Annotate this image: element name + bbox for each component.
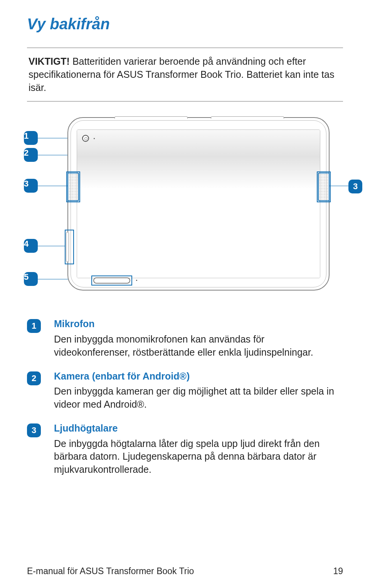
note-label: VIKTIGT! (29, 56, 70, 67)
hinge-tab-right (211, 116, 284, 119)
item-body-2: Den inbyggda kameran ger dig möjlighet a… (54, 385, 343, 411)
page-footer: E-manual för ASUS Transformer Book Trio … (27, 566, 343, 576)
page-title: Vy bakifrån (27, 15, 343, 33)
item-title-2: Kamera (enbart för Android®) (54, 370, 343, 383)
volume-rocker-highlight (65, 230, 74, 264)
item-title-3: Ljudhögtalare (54, 422, 343, 435)
callout-1: 1 (24, 131, 38, 145)
item-3: 3 Ljudhögtalare De inbyggda högtalarna l… (27, 422, 343, 476)
speaker-right-icon (318, 173, 330, 201)
item-title-1: Mikrofon (54, 318, 343, 331)
item-body-1: Den inbyggda monomikrofonen kan användas… (54, 333, 343, 359)
note-text: Batteritiden varierar beroende på använd… (29, 56, 334, 93)
page-number: 19 (333, 566, 343, 576)
rear-view-diagram: 1 2 3 4 5 3 (27, 117, 343, 291)
callout-3-left: 3 (24, 179, 38, 193)
item-badge-3: 3 (27, 423, 41, 437)
callout-5: 5 (24, 272, 38, 286)
item-badge-2: 2 (27, 371, 41, 385)
item-2: 2 Kamera (enbart för Android®) Den inbyg… (27, 370, 343, 411)
callout-2: 2 (24, 148, 38, 162)
item-body-3: De inbyggda högtalarna låter dig spela u… (54, 437, 343, 476)
speaker-left-icon (67, 173, 79, 201)
hinge-tab-left (114, 116, 188, 119)
footer-title: E-manual för ASUS Transformer Book Trio (27, 566, 194, 576)
important-note: VIKTIGT! Batteritiden varierar beroende … (27, 47, 343, 102)
callout-3-right: 3 (348, 180, 362, 193)
tablet-rear-body (67, 117, 330, 291)
callout-4: 4 (24, 239, 38, 253)
item-badge-1: 1 (27, 319, 41, 333)
back-panel (77, 129, 320, 278)
callout-descriptions: 1 Mikrofon Den inbyggda monomikrofonen k… (27, 318, 343, 476)
item-1: 1 Mikrofon Den inbyggda monomikrofonen k… (27, 318, 343, 359)
dock-slot-highlight (91, 276, 132, 286)
